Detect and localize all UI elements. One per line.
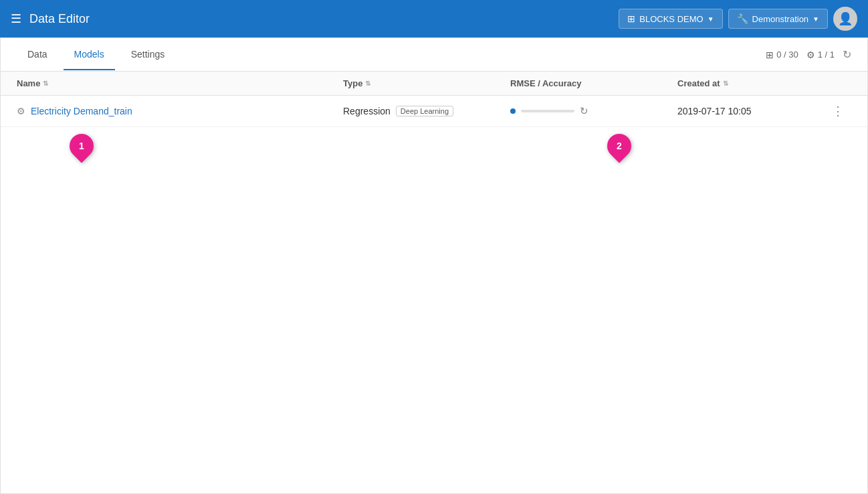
rmse-cell: ↻ bbox=[510, 105, 677, 117]
hamburger-menu-icon[interactable]: ☰ bbox=[11, 11, 21, 26]
rmse-dot bbox=[510, 108, 516, 114]
wrench-icon: 🔧 bbox=[737, 13, 748, 24]
demonstration-button[interactable]: 🔧 Demonstration ▼ bbox=[728, 9, 828, 29]
column-header-name: Name ⇅ bbox=[17, 78, 343, 88]
model-count-icon: ⚙ bbox=[806, 50, 815, 60]
grid-count-label: 0 / 30 bbox=[776, 50, 798, 60]
sort-icon-type[interactable]: ⇅ bbox=[365, 80, 370, 87]
model-counter: ⚙ 1 / 1 bbox=[806, 50, 835, 60]
sort-icon-name[interactable]: ⇅ bbox=[43, 80, 48, 87]
type-value: Regression bbox=[343, 106, 391, 116]
more-options-button[interactable]: ⋮ bbox=[825, 104, 851, 118]
avatar-icon: 👤 bbox=[838, 11, 853, 26]
tabs-bar: Data Models Settings ⊞ 0 / 30 ⚙ 1 / 1 ↻ bbox=[1, 38, 867, 72]
blocks-demo-button[interactable]: ⊞ BLOCKS DEMO ▼ bbox=[619, 9, 722, 29]
rmse-refresh-icon[interactable]: ↻ bbox=[580, 105, 588, 117]
table-header-row: Name ⇅ Type ⇅ RMSE / Accuracy Created at… bbox=[1, 72, 867, 96]
sort-icon-created[interactable]: ⇅ bbox=[723, 80, 728, 87]
refresh-icon[interactable]: ↻ bbox=[843, 48, 851, 61]
column-header-type: Type ⇅ bbox=[343, 78, 510, 88]
tab-models[interactable]: Models bbox=[64, 39, 115, 70]
model-row-icon: ⚙ bbox=[17, 106, 25, 116]
type-cell: Regression Deep Learning bbox=[343, 106, 510, 116]
blocks-demo-chevron-icon: ▼ bbox=[708, 15, 714, 23]
table-row: ⚙ Electricity Demand_train Regression De… bbox=[1, 96, 867, 127]
demo-label: Demonstration bbox=[752, 14, 809, 24]
type-badge: Deep Learning bbox=[396, 106, 453, 116]
app-title: Data Editor bbox=[29, 12, 90, 26]
grid-icon: ⊞ bbox=[766, 50, 774, 60]
grid-counter: ⊞ 0 / 30 bbox=[766, 50, 798, 60]
model-name-link[interactable]: Electricity Demand_train bbox=[31, 106, 132, 116]
tab-settings[interactable]: Settings bbox=[120, 39, 176, 70]
rmse-bar bbox=[521, 110, 574, 112]
created-at-cell: 2019-07-17 10:05 bbox=[677, 106, 825, 116]
tab-data[interactable]: Data bbox=[17, 39, 58, 70]
user-avatar[interactable]: 👤 bbox=[833, 7, 857, 31]
app-header: ☰ Data Editor ⊞ BLOCKS DEMO ▼ 🔧 Demonstr… bbox=[0, 0, 868, 37]
column-header-rmse: RMSE / Accuracy bbox=[510, 78, 677, 88]
model-count-label: 1 / 1 bbox=[818, 50, 835, 60]
column-header-created: Created at ⇅ bbox=[677, 78, 825, 88]
models-table: Name ⇅ Type ⇅ RMSE / Accuracy Created at… bbox=[1, 72, 867, 127]
main-content: Data Models Settings ⊞ 0 / 30 ⚙ 1 / 1 ↻ … bbox=[0, 37, 868, 494]
model-name-cell: ⚙ Electricity Demand_train bbox=[17, 106, 343, 116]
blocks-icon: ⊞ bbox=[627, 13, 635, 24]
demo-chevron-icon: ▼ bbox=[812, 15, 819, 23]
blocks-demo-label: BLOCKS DEMO bbox=[639, 14, 703, 24]
